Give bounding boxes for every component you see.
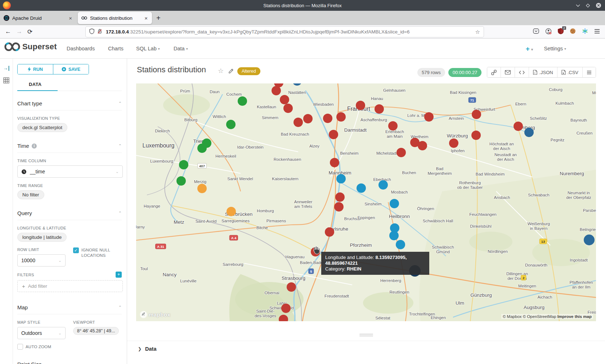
embed-code-button[interactable]: [515, 67, 529, 77]
scatter-dot[interactable]: [584, 235, 595, 245]
nav-data[interactable]: Data▾: [174, 46, 188, 51]
scatter-dot[interactable]: [524, 128, 534, 137]
scatter-dot[interactable]: [396, 148, 406, 157]
time-range-value[interactable]: No filter: [17, 190, 44, 199]
ignore-null-checkbox-row[interactable]: ✓ IGNORE NULLLOCATIONS: [73, 247, 122, 258]
scatter-dot[interactable]: [396, 240, 405, 249]
add-filter-plus-button[interactable]: +: [116, 272, 122, 278]
forward-button[interactable]: →: [16, 28, 22, 35]
scatter-dot[interactable]: [281, 304, 291, 313]
mapbox-logo[interactable]: mapbox: [140, 311, 171, 318]
scatter-dot[interactable]: [514, 122, 523, 131]
section-point-size[interactable]: Point Size⌄: [17, 361, 122, 364]
url-bar[interactable]: 172.18.0.4:32251/superset/explore/?form_…: [86, 27, 484, 37]
scatter-dot[interactable]: [226, 120, 236, 129]
panel-resize-handle[interactable]: [359, 333, 373, 337]
export-json-button[interactable]: .JSON: [529, 67, 557, 77]
window-close-icon[interactable]: [596, 3, 601, 8]
auto-zoom-checkbox-row[interactable]: AUTO ZOOM: [17, 344, 122, 350]
scatter-dot[interactable]: [357, 183, 366, 193]
lonlat-value[interactable]: longitude | latitude: [17, 233, 67, 242]
viewport-value[interactable]: 8° 46' 45.28" | 49...: [73, 327, 119, 335]
nav-sql-lab[interactable]: SQL Lab▾: [136, 46, 160, 51]
scatter-dot[interactable]: [280, 95, 289, 104]
menu-icon[interactable]: [594, 29, 600, 35]
ublock-icon[interactable]: 2: [558, 28, 564, 36]
scatter-dot[interactable]: [389, 231, 399, 240]
nav-settings[interactable]: Settings▾: [544, 46, 566, 51]
scatter-dot[interactable]: [293, 118, 303, 127]
favorite-star-icon[interactable]: ☆: [218, 67, 224, 75]
nav-charts[interactable]: Charts: [108, 46, 124, 51]
scatter-dot[interactable]: [325, 227, 334, 237]
scatter-dot[interactable]: [176, 176, 186, 186]
section-query[interactable]: Query⌃: [17, 210, 122, 220]
back-button[interactable]: ←: [5, 28, 11, 35]
reload-button[interactable]: ⟳: [27, 28, 32, 36]
map-style-select[interactable]: Outdoors⌄: [17, 327, 66, 339]
shield-icon[interactable]: [89, 28, 94, 35]
scatter-dot[interactable]: [449, 138, 458, 148]
scatter-dot[interactable]: [238, 96, 247, 106]
checkbox-unchecked-icon[interactable]: [17, 344, 23, 350]
scatter-dot[interactable]: [424, 112, 434, 122]
scatter-dot[interactable]: [388, 121, 398, 131]
email-button[interactable]: [501, 67, 515, 77]
section-time[interactable]: Timei⌃: [17, 143, 122, 153]
account-icon[interactable]: [545, 28, 552, 36]
scatter-dot[interactable]: [323, 114, 332, 123]
deckgl-map[interactable]: PrümDaunCochemNastättenKastellaunSimmern…: [136, 83, 596, 321]
scatter-dot[interactable]: [356, 101, 365, 110]
superset-logo[interactable]: Superset: [4, 42, 57, 51]
checkbox-checked-icon[interactable]: ✓: [73, 247, 79, 253]
map-attribution[interactable]: © Mapbox © OpenStreetMap Improve this ma…: [501, 314, 593, 319]
collapse-panel-icon[interactable]: →|: [0, 65, 13, 71]
scatter-dot[interactable]: [336, 174, 346, 183]
scatter-dot[interactable]: [197, 184, 207, 193]
tab-close-icon[interactable]: ×: [144, 15, 148, 21]
scatter-dot[interactable]: [330, 158, 339, 167]
tab-data[interactable]: DATA: [17, 79, 41, 91]
new-tab-button[interactable]: +: [156, 14, 161, 22]
viz-type-value[interactable]: deck.gl Scatterplot: [17, 123, 67, 132]
scatter-dot[interactable]: [334, 202, 344, 211]
dataset-grid-icon[interactable]: [0, 77, 13, 85]
lock-disabled-icon[interactable]: [97, 28, 102, 35]
row-limit-select[interactable]: 10000⌄: [17, 254, 66, 267]
export-csv-button[interactable]: .CSV: [557, 67, 582, 77]
edit-properties-icon[interactable]: [228, 68, 234, 75]
data-results-collapse[interactable]: ❯ Data: [127, 341, 605, 352]
tab-stations-distribution[interactable]: Stations distribution ×: [78, 12, 152, 24]
scatter-dot[interactable]: [272, 86, 281, 95]
altered-badge[interactable]: Altered: [237, 67, 260, 75]
nav-dashboards[interactable]: Dashboards: [67, 46, 95, 51]
window-minimize-icon[interactable]: [576, 4, 580, 7]
chart-menu-button[interactable]: [582, 67, 596, 77]
section-map[interactable]: Map⌃: [17, 304, 122, 314]
nav-add-button[interactable]: +▾: [526, 45, 533, 53]
copy-link-button[interactable]: [487, 67, 501, 77]
scatter-dot[interactable]: [375, 104, 384, 114]
scatter-dot[interactable]: [472, 110, 481, 119]
add-filter-box[interactable]: +Add filter: [17, 280, 123, 292]
scatter-dot[interactable]: [197, 144, 207, 153]
time-column-select[interactable]: __time⌄: [17, 165, 123, 178]
pocket-icon[interactable]: [533, 28, 539, 36]
tab-close-icon[interactable]: ×: [68, 15, 73, 21]
scatter-dot[interactable]: [283, 104, 293, 113]
scatter-dot[interactable]: [378, 180, 388, 190]
scatter-dot[interactable]: [336, 112, 346, 122]
extension-pinwheel-icon[interactable]: [582, 28, 588, 36]
scatter-dot[interactable]: [471, 131, 481, 140]
scatter-dot[interactable]: [227, 207, 236, 216]
bookmark-star-icon[interactable]: ☆: [475, 29, 480, 35]
run-button[interactable]: RUN: [18, 64, 53, 74]
save-button[interactable]: SAVE: [53, 64, 89, 74]
window-maximize-icon[interactable]: [586, 4, 590, 8]
scatter-dot[interactable]: [390, 199, 399, 208]
scatter-dot[interactable]: [329, 130, 338, 139]
scatter-dot[interactable]: [335, 192, 345, 202]
section-chart-type[interactable]: Chart type⌃: [17, 100, 122, 110]
tab-apache-druid[interactable]: Apache Druid ×: [0, 12, 76, 24]
scatter-dot[interactable]: [179, 160, 188, 169]
